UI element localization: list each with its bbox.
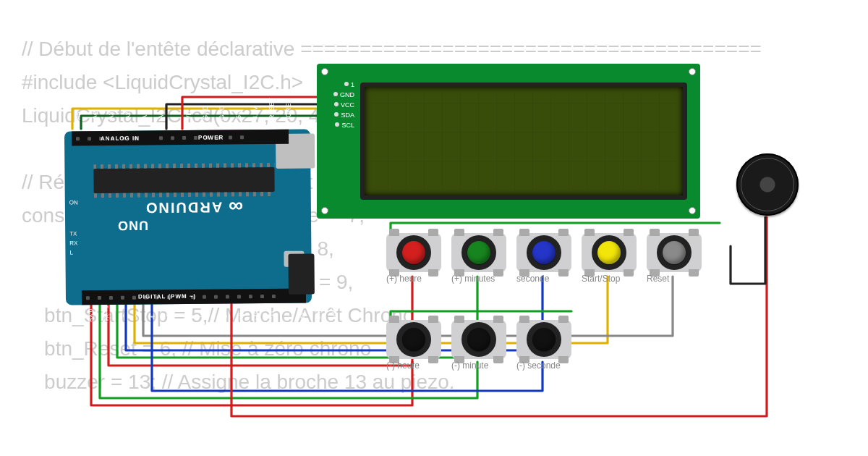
button-base	[386, 233, 441, 272]
button-cap[interactable]	[597, 241, 621, 264]
button-cap[interactable]	[663, 241, 686, 264]
arduino-reset-button[interactable]	[284, 251, 304, 267]
arduino-brand-label: ∞ ARDUINO	[145, 195, 243, 219]
arduino-model-label: UNO	[117, 217, 148, 232]
btn-minute-minus[interactable]: (-) minute	[451, 320, 506, 369]
arduino-uno-board: ∞ ARDUINO UNO ANALOG IN POWER DIGITAL (P…	[64, 130, 312, 305]
button-cap[interactable]	[467, 241, 490, 264]
button-label: (-) seconde	[516, 360, 561, 371]
button-label: (+) heure	[386, 274, 422, 284]
button-base	[647, 233, 702, 272]
button-base	[516, 233, 571, 272]
side-leds: ON TXRXL	[69, 198, 79, 257]
piezo-buzzer	[736, 153, 799, 216]
bottom-pin-labels: RX 0TX→1~2~34~5~67 8~9~10~111213GNDAREF	[86, 309, 338, 318]
button-label: seconde	[516, 274, 549, 284]
lcd-i2c-module: 1GNDVCCSDASCL	[317, 64, 700, 219]
button-label: Start/Stop	[582, 274, 620, 284]
button-cap[interactable]	[402, 328, 425, 351]
button-label: (-) minute	[451, 360, 488, 371]
btn-startstop[interactable]: Start/Stop	[582, 233, 637, 282]
button-cap[interactable]	[467, 328, 490, 351]
button-base	[386, 320, 441, 359]
button-cap[interactable]	[532, 241, 556, 264]
btn-seconde[interactable]: seconde	[516, 233, 571, 282]
button-cap[interactable]	[532, 328, 556, 351]
btn-heure-minus[interactable]: (-) heure	[386, 320, 441, 369]
power-section-label: POWER	[198, 135, 224, 141]
btn-heure-plus[interactable]: (+) heure	[386, 233, 441, 282]
button-cap[interactable]	[402, 241, 425, 264]
button-base	[451, 233, 506, 272]
btn-reset[interactable]: Reset	[647, 233, 702, 282]
digital-section-label: DIGITAL (PWM ~)	[138, 293, 196, 300]
button-label: (+) minutes	[451, 274, 495, 284]
btn-seconde-minus[interactable]: (-) seconde	[516, 320, 571, 369]
lcd-i2c-pins: 1GNDVCCSDASCL	[323, 80, 354, 130]
btn-minutes-plus[interactable]: (+) minutes	[451, 233, 506, 282]
button-label: Reset	[647, 274, 669, 284]
atmega-chip	[93, 167, 274, 193]
button-base	[516, 320, 571, 359]
button-base	[451, 320, 506, 359]
button-label: (-) heure	[386, 360, 420, 371]
button-base	[582, 233, 637, 272]
lcd-screen	[360, 83, 687, 200]
analog-section-label: ANALOG IN	[101, 135, 140, 142]
